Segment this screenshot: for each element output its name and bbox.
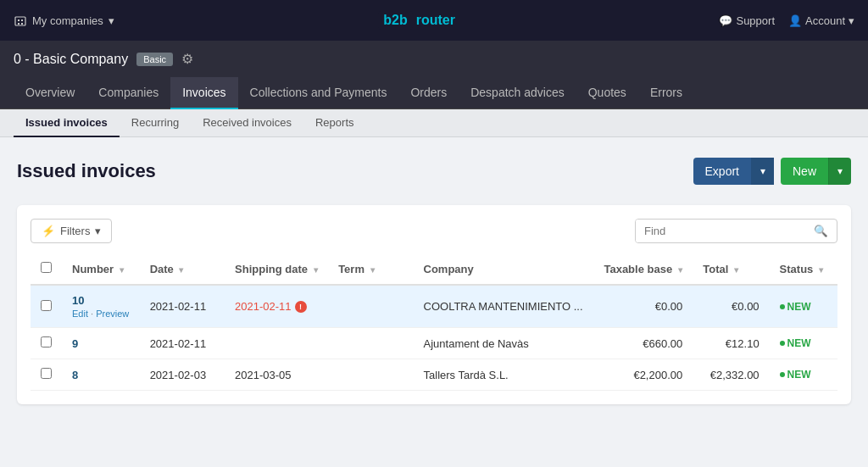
account-button[interactable]: 👤 Account ▾ xyxy=(788,14,854,27)
nav-collections[interactable]: Collections and Payments xyxy=(238,77,399,109)
invoice-date-cell: 2021-02-03 xyxy=(140,359,225,391)
invoice-number[interactable]: 9 xyxy=(72,337,78,350)
top-navbar: My companies ▾ b2b router 💬 Support 👤 Ac… xyxy=(0,0,868,41)
table-row: 8 2021-02-03 2021-03-05 Tallers Tardà S.… xyxy=(31,359,837,391)
page-content: Issued invoices Export ▾ New ▾ ⚡ Filters… xyxy=(0,137,868,425)
svg-rect-3 xyxy=(18,23,19,25)
invoice-taxbase-cell: €0.00 xyxy=(593,285,693,328)
nav-quotes[interactable]: Quotes xyxy=(576,77,638,109)
nav-errors[interactable]: Errors xyxy=(638,77,694,109)
filters-button[interactable]: ⚡ Filters ▾ xyxy=(31,219,112,243)
invoice-taxbase: €660.00 xyxy=(643,337,682,350)
nav-despatch[interactable]: Despatch advices xyxy=(459,77,576,109)
invoice-number[interactable]: 10 xyxy=(72,294,84,307)
export-dropdown-button[interactable]: ▾ xyxy=(751,158,774,185)
col-header-taxbase[interactable]: Taxable base ▾ xyxy=(593,253,693,285)
search-icon: 🔍 xyxy=(814,225,828,237)
invoice-company-cell: Tallers Tardà S.L. xyxy=(414,359,594,391)
col-header-shipping[interactable]: Shipping date ▾ xyxy=(225,253,328,285)
page-title: Issued invoices xyxy=(17,160,156,182)
col-total-label: Total xyxy=(703,263,728,275)
table-header-row: Number ▾ Date ▾ Shipping date ▾ Term ▾ xyxy=(31,253,837,285)
subnav-received-invoices[interactable]: Received invoices xyxy=(191,109,303,137)
nav-overview[interactable]: Overview xyxy=(14,77,86,109)
export-caret-icon: ▾ xyxy=(760,165,765,177)
filter-bar: ⚡ Filters ▾ 🔍 Number ▾ xyxy=(17,205,851,404)
col-header-total[interactable]: Total ▾ xyxy=(693,253,769,285)
row-checkbox[interactable] xyxy=(41,336,52,347)
support-icon: 💬 xyxy=(719,14,732,27)
account-chevron-icon: ▾ xyxy=(849,14,854,27)
total-sort-icon: ▾ xyxy=(734,265,738,275)
shipping-sort-icon: ▾ xyxy=(314,265,318,275)
nav-companies[interactable]: Companies xyxy=(86,77,170,109)
invoice-date: 2021-02-11 xyxy=(150,300,207,313)
new-label: New xyxy=(793,164,816,178)
col-header-date[interactable]: Date ▾ xyxy=(140,253,225,285)
taxbase-sort-icon: ▾ xyxy=(678,265,682,275)
subnav-recurring[interactable]: Recurring xyxy=(120,109,191,137)
invoice-date-cell: 2021-02-11 xyxy=(140,285,225,328)
header-actions: Export ▾ New ▾ xyxy=(693,158,851,185)
invoice-company-cell: COOLTRA MANTENIMIENTO ... xyxy=(414,285,594,328)
building-icon xyxy=(14,14,27,27)
filters-chevron-icon: ▾ xyxy=(95,225,101,237)
status-dot-icon xyxy=(780,341,785,346)
svg-rect-4 xyxy=(21,23,23,25)
support-button[interactable]: 💬 Support xyxy=(719,14,775,27)
invoice-term-cell xyxy=(328,359,413,391)
status-dot-icon xyxy=(780,304,785,309)
filter-row: ⚡ Filters ▾ 🔍 xyxy=(31,219,837,243)
invoice-company-cell: Ajuntament de Navàs xyxy=(414,328,594,359)
col-number-label: Number xyxy=(72,263,114,275)
search-button[interactable]: 🔍 xyxy=(805,220,837,242)
subnav-reports[interactable]: Reports xyxy=(303,109,366,137)
term-sort-icon: ▾ xyxy=(370,265,375,275)
my-companies-dropdown[interactable]: My companies ▾ xyxy=(14,14,114,27)
new-caret-icon: ▾ xyxy=(837,165,843,177)
invoice-total-cell: €12.10 xyxy=(693,328,769,359)
col-company-label: Company xyxy=(424,263,474,275)
col-header-number[interactable]: Number ▾ xyxy=(62,253,140,285)
invoice-status-badge: NEW xyxy=(780,369,827,381)
select-all-header xyxy=(31,253,62,285)
row-checkbox[interactable] xyxy=(41,300,52,311)
invoice-status-badge: NEW xyxy=(780,301,827,313)
invoice-taxbase-cell: €2,200.00 xyxy=(593,359,693,391)
col-taxbase-label: Taxable base xyxy=(604,263,672,275)
nav-invoices[interactable]: Invoices xyxy=(170,77,237,109)
invoice-status-badge: NEW xyxy=(780,337,827,349)
col-shipping-label: Shipping date xyxy=(235,263,308,275)
company-name: 0 - Basic Company xyxy=(14,52,128,67)
company-tier-badge: Basic xyxy=(136,53,173,66)
col-header-status[interactable]: Status ▾ xyxy=(770,253,837,285)
warning-icon: ! xyxy=(295,301,307,313)
col-date-label: Date xyxy=(150,263,174,275)
col-header-term[interactable]: Term ▾ xyxy=(328,253,413,285)
row-checkbox-cell xyxy=(31,285,62,328)
invoice-term-cell xyxy=(328,328,413,359)
row-checkbox-cell xyxy=(31,328,62,359)
page-header: Issued invoices Export ▾ New ▾ xyxy=(17,158,851,185)
svg-rect-0 xyxy=(15,17,25,25)
table-row: 9 2021-02-11 Ajuntament de Navàs €660.00… xyxy=(31,328,837,359)
new-dropdown-button[interactable]: ▾ xyxy=(828,158,851,185)
subnav-issued-invoices[interactable]: Issued invoices xyxy=(14,109,120,137)
settings-icon[interactable]: ⚙ xyxy=(181,51,193,67)
invoice-taxbase: €2,200.00 xyxy=(633,369,682,381)
my-companies-label: My companies xyxy=(32,14,103,27)
status-sort-icon: ▾ xyxy=(819,265,823,275)
invoice-status-cell: NEW xyxy=(770,359,837,391)
chevron-down-icon: ▾ xyxy=(108,14,114,27)
preview-link[interactable]: Preview xyxy=(96,309,129,319)
select-all-checkbox[interactable] xyxy=(41,262,52,273)
new-button[interactable]: New xyxy=(781,158,828,185)
invoice-total-cell: €0.00 xyxy=(693,285,769,328)
nav-orders[interactable]: Orders xyxy=(398,77,459,109)
invoice-status-cell: NEW xyxy=(770,285,837,328)
export-button[interactable]: Export xyxy=(693,158,751,185)
edit-link[interactable]: Edit xyxy=(72,309,88,319)
search-input[interactable] xyxy=(636,220,805,242)
row-checkbox[interactable] xyxy=(41,368,52,379)
invoice-number[interactable]: 8 xyxy=(72,369,78,381)
